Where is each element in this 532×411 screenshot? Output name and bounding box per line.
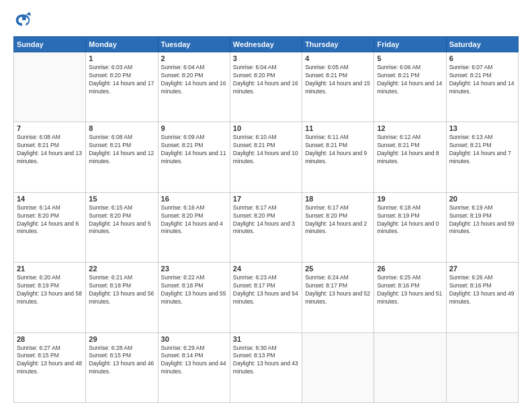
calendar-cell: 8Sunrise: 6:08 AMSunset: 8:21 PMDaylight… (86, 122, 158, 192)
logo-icon (13, 11, 32, 30)
header (13, 11, 519, 30)
day-number: 2 (161, 54, 227, 62)
day-number: 14 (17, 195, 83, 203)
day-info: Sunrise: 6:08 AMSunset: 8:21 PMDaylight:… (89, 134, 154, 166)
day-number: 31 (233, 335, 299, 343)
day-number: 18 (305, 195, 371, 203)
week-row-3: 14Sunrise: 6:14 AMSunset: 8:20 PMDayligh… (14, 192, 519, 262)
day-info: Sunrise: 6:04 AMSunset: 8:20 PMDaylight:… (161, 64, 227, 96)
calendar-cell: 17Sunrise: 6:17 AMSunset: 8:20 PMDayligh… (230, 192, 302, 262)
day-info: Sunrise: 6:10 AMSunset: 8:21 PMDaylight:… (233, 134, 299, 166)
day-number: 21 (17, 265, 83, 273)
day-number: 3 (233, 54, 299, 62)
day-number: 19 (377, 195, 443, 203)
day-number: 11 (305, 124, 371, 132)
day-info: Sunrise: 6:11 AMSunset: 8:21 PMDaylight:… (305, 134, 371, 166)
day-number: 1 (89, 54, 154, 62)
calendar-cell: 7Sunrise: 6:08 AMSunset: 8:21 PMDaylight… (14, 122, 86, 192)
day-info: Sunrise: 6:15 AMSunset: 8:20 PMDaylight:… (89, 204, 154, 236)
day-info: Sunrise: 6:12 AMSunset: 8:21 PMDaylight:… (377, 134, 443, 166)
weekday-thursday: Thursday (302, 37, 374, 52)
calendar-cell: 29Sunrise: 6:28 AMSunset: 8:15 PMDayligh… (86, 332, 158, 402)
calendar-cell (374, 332, 446, 402)
day-info: Sunrise: 6:03 AMSunset: 8:20 PMDaylight:… (89, 64, 154, 96)
calendar-cell: 13Sunrise: 6:13 AMSunset: 8:21 PMDayligh… (446, 122, 518, 192)
day-info: Sunrise: 6:26 AMSunset: 8:16 PMDaylight:… (449, 274, 515, 306)
day-number: 5 (377, 54, 443, 62)
calendar-cell: 24Sunrise: 6:23 AMSunset: 8:17 PMDayligh… (230, 263, 302, 332)
day-number: 15 (89, 195, 154, 203)
day-number: 17 (233, 195, 299, 203)
calendar-cell: 4Sunrise: 6:05 AMSunset: 8:21 PMDaylight… (302, 52, 374, 122)
calendar-table: SundayMondayTuesdayWednesdayThursdayFrid… (13, 36, 519, 403)
page: SundayMondayTuesdayWednesdayThursdayFrid… (0, 0, 532, 411)
day-info: Sunrise: 6:29 AMSunset: 8:14 PMDaylight:… (161, 345, 227, 377)
day-info: Sunrise: 6:23 AMSunset: 8:17 PMDaylight:… (233, 274, 299, 306)
day-info: Sunrise: 6:17 AMSunset: 8:20 PMDaylight:… (305, 204, 371, 236)
day-info: Sunrise: 6:18 AMSunset: 8:19 PMDaylight:… (377, 204, 443, 236)
day-info: Sunrise: 6:14 AMSunset: 8:20 PMDaylight:… (17, 204, 83, 236)
weekday-monday: Monday (86, 37, 158, 52)
calendar-cell: 18Sunrise: 6:17 AMSunset: 8:20 PMDayligh… (302, 192, 374, 262)
day-number: 6 (449, 54, 515, 62)
day-info: Sunrise: 6:07 AMSunset: 8:21 PMDaylight:… (449, 64, 515, 96)
day-info: Sunrise: 6:24 AMSunset: 8:17 PMDaylight:… (305, 274, 371, 306)
weekday-tuesday: Tuesday (158, 37, 230, 52)
calendar-cell: 27Sunrise: 6:26 AMSunset: 8:16 PMDayligh… (446, 263, 518, 332)
day-info: Sunrise: 6:20 AMSunset: 8:19 PMDaylight:… (17, 274, 83, 306)
day-number: 29 (89, 335, 154, 343)
day-number: 22 (89, 265, 154, 273)
day-number: 12 (377, 124, 443, 132)
calendar-cell: 20Sunrise: 6:19 AMSunset: 8:19 PMDayligh… (446, 192, 518, 262)
calendar-cell: 30Sunrise: 6:29 AMSunset: 8:14 PMDayligh… (158, 332, 230, 402)
calendar-cell: 11Sunrise: 6:11 AMSunset: 8:21 PMDayligh… (302, 122, 374, 192)
weekday-wednesday: Wednesday (230, 37, 302, 52)
day-info: Sunrise: 6:08 AMSunset: 8:21 PMDaylight:… (17, 134, 83, 166)
weekday-header-row: SundayMondayTuesdayWednesdayThursdayFrid… (14, 37, 519, 52)
day-number: 25 (305, 265, 371, 273)
calendar-cell: 31Sunrise: 6:30 AMSunset: 8:13 PMDayligh… (230, 332, 302, 402)
calendar-cell: 6Sunrise: 6:07 AMSunset: 8:21 PMDaylight… (446, 52, 518, 122)
day-info: Sunrise: 6:09 AMSunset: 8:21 PMDaylight:… (161, 134, 227, 166)
day-number: 28 (17, 335, 83, 343)
calendar-cell: 23Sunrise: 6:22 AMSunset: 8:18 PMDayligh… (158, 263, 230, 332)
calendar-cell (14, 52, 86, 122)
calendar-cell: 26Sunrise: 6:25 AMSunset: 8:16 PMDayligh… (374, 263, 446, 332)
calendar-cell: 16Sunrise: 6:16 AMSunset: 8:20 PMDayligh… (158, 192, 230, 262)
day-number: 27 (449, 265, 515, 273)
day-number: 24 (233, 265, 299, 273)
logo (13, 11, 35, 30)
calendar-cell: 15Sunrise: 6:15 AMSunset: 8:20 PMDayligh… (86, 192, 158, 262)
day-number: 13 (449, 124, 515, 132)
calendar-cell: 2Sunrise: 6:04 AMSunset: 8:20 PMDaylight… (158, 52, 230, 122)
calendar-cell: 22Sunrise: 6:21 AMSunset: 8:18 PMDayligh… (86, 263, 158, 332)
calendar-cell: 9Sunrise: 6:09 AMSunset: 8:21 PMDaylight… (158, 122, 230, 192)
day-info: Sunrise: 6:13 AMSunset: 8:21 PMDaylight:… (449, 134, 515, 166)
day-info: Sunrise: 6:17 AMSunset: 8:20 PMDaylight:… (233, 204, 299, 236)
day-info: Sunrise: 6:28 AMSunset: 8:15 PMDaylight:… (89, 345, 154, 377)
day-info: Sunrise: 6:06 AMSunset: 8:21 PMDaylight:… (377, 64, 443, 96)
day-info: Sunrise: 6:22 AMSunset: 8:18 PMDaylight:… (161, 274, 227, 306)
calendar-cell (302, 332, 374, 402)
day-number: 16 (161, 195, 227, 203)
day-info: Sunrise: 6:05 AMSunset: 8:21 PMDaylight:… (305, 64, 371, 96)
day-number: 26 (377, 265, 443, 273)
day-number: 7 (17, 124, 83, 132)
calendar-cell (446, 332, 518, 402)
day-number: 23 (161, 265, 227, 273)
day-number: 9 (161, 124, 227, 132)
day-number: 20 (449, 195, 515, 203)
calendar-cell: 28Sunrise: 6:27 AMSunset: 8:15 PMDayligh… (14, 332, 86, 402)
calendar-cell: 1Sunrise: 6:03 AMSunset: 8:20 PMDaylight… (86, 52, 158, 122)
day-number: 8 (89, 124, 154, 132)
calendar-cell: 25Sunrise: 6:24 AMSunset: 8:17 PMDayligh… (302, 263, 374, 332)
day-info: Sunrise: 6:25 AMSunset: 8:16 PMDaylight:… (377, 274, 443, 306)
calendar-cell: 12Sunrise: 6:12 AMSunset: 8:21 PMDayligh… (374, 122, 446, 192)
calendar-cell: 10Sunrise: 6:10 AMSunset: 8:21 PMDayligh… (230, 122, 302, 192)
week-row-4: 21Sunrise: 6:20 AMSunset: 8:19 PMDayligh… (14, 263, 519, 332)
weekday-saturday: Saturday (446, 37, 518, 52)
weekday-sunday: Sunday (14, 37, 86, 52)
calendar-cell: 19Sunrise: 6:18 AMSunset: 8:19 PMDayligh… (374, 192, 446, 262)
weekday-friday: Friday (374, 37, 446, 52)
calendar-cell: 14Sunrise: 6:14 AMSunset: 8:20 PMDayligh… (14, 192, 86, 262)
